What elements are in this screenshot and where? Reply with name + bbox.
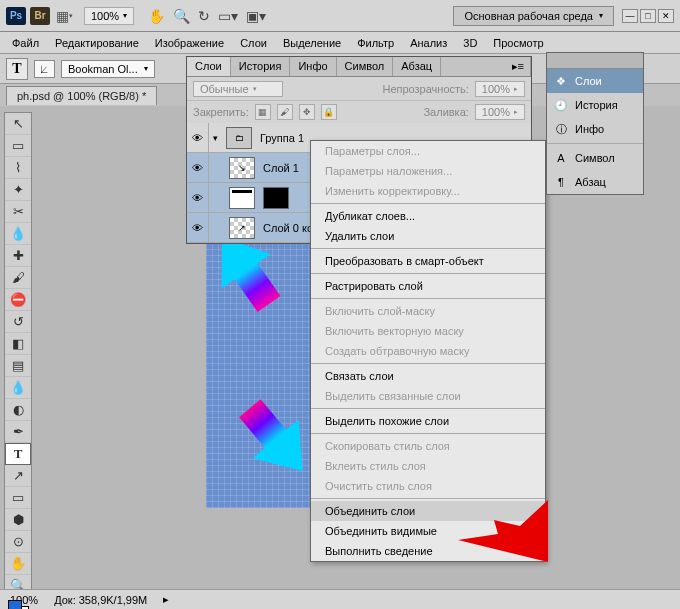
close-button[interactable]: ✕ [658, 9, 674, 23]
view-tools: ✋ 🔍 ↻ ▭▾ ▣▾ [148, 8, 266, 24]
bridge-icon[interactable]: Br [30, 6, 50, 26]
blend-mode[interactable]: Обычные▾ [193, 81, 283, 97]
menu-filter[interactable]: Фильтр [349, 34, 402, 52]
menu-item[interactable]: Преобразовать в смарт-объект [311, 251, 545, 271]
menu-layers[interactable]: Слои [232, 34, 275, 52]
maximize-button[interactable]: □ [640, 9, 656, 23]
font-family[interactable]: Bookman Ol...▾ [61, 60, 155, 78]
menu-item: Включить векторную маску [311, 321, 545, 341]
panel-label: Абзац [575, 176, 606, 188]
gradient-tool[interactable]: ▤ [5, 355, 31, 377]
lock-label: Закрепить: [193, 106, 249, 118]
photoshop-icon[interactable]: Ps [6, 6, 26, 26]
zoom-level[interactable]: 100%▾ [84, 7, 134, 25]
3d-camera-tool[interactable]: ⊙ [5, 531, 31, 553]
panel-drag-handle[interactable] [547, 53, 643, 69]
tab-history[interactable]: История [231, 57, 291, 76]
zoom-tool-icon[interactable]: 🔍 [173, 8, 190, 24]
expand-icon[interactable]: ▾ [209, 133, 222, 143]
eraser-tool[interactable]: ◧ [5, 333, 31, 355]
shape-tool[interactable]: ▭ [5, 487, 31, 509]
menubar: Файл Редактирование Изображение Слои Выд… [0, 32, 680, 54]
path-tool[interactable]: ↗ [5, 465, 31, 487]
screen-mode-icon[interactable]: ▣▾ [246, 8, 266, 24]
menu-view[interactable]: Просмотр [485, 34, 551, 52]
heal-tool[interactable]: ✚ [5, 245, 31, 267]
tab-paragraph[interactable]: Абзац [393, 57, 441, 76]
layer-name[interactable]: Слой 1 [259, 162, 299, 174]
history-brush-tool[interactable]: ↺ [5, 311, 31, 333]
crop-tool[interactable]: ✂ [5, 201, 31, 223]
layer-thumbnail[interactable]: ↘ [229, 157, 255, 179]
visibility-icon[interactable]: 👁 [187, 213, 209, 242]
arrange-icon[interactable]: ▭▾ [218, 8, 238, 24]
tab-character[interactable]: Символ [337, 57, 394, 76]
visibility-icon[interactable]: 👁 [187, 153, 209, 182]
menu-item[interactable]: Выделить похожие слои [311, 411, 545, 431]
stamp-tool[interactable]: ⛔ [5, 289, 31, 311]
layer-thumbnail[interactable] [229, 187, 255, 209]
menu-file[interactable]: Файл [4, 34, 47, 52]
layer-thumbnail[interactable]: ↗ [229, 217, 255, 239]
tab-layers[interactable]: Слои [187, 57, 231, 76]
3d-tool[interactable]: ⬢ [5, 509, 31, 531]
layout-icon[interactable]: ▦▾ [54, 6, 74, 26]
dodge-tool[interactable]: ◐ [5, 399, 31, 421]
fill-value[interactable]: 100%▸ [475, 104, 525, 120]
lock-transparent-icon[interactable]: ▦ [255, 104, 271, 120]
mask-thumbnail[interactable]: ○ [263, 187, 289, 209]
panel-shortcut[interactable]: ⓘИнфо [547, 117, 643, 141]
menu-item: Вклеить стиль слоя [311, 456, 545, 476]
pen-tool[interactable]: ✒ [5, 421, 31, 443]
menu-edit[interactable]: Редактирование [47, 34, 147, 52]
foreground-color[interactable] [8, 600, 22, 609]
menu-item[interactable]: Удалить слои [311, 226, 545, 246]
lock-all-icon[interactable]: 🔒 [321, 104, 337, 120]
document-tab[interactable]: ph.psd @ 100% (RGB/8) * [6, 86, 157, 105]
panel-shortcut[interactable]: ¶Абзац [547, 170, 643, 194]
minimize-button[interactable]: — [622, 9, 638, 23]
eyedropper-tool[interactable]: 💧 [5, 223, 31, 245]
visibility-icon[interactable]: 👁 [187, 123, 209, 152]
orientation-toggle[interactable]: ⟀ [34, 60, 55, 78]
panel-icon: ❖ [553, 75, 569, 88]
menu-3d[interactable]: 3D [455, 34, 485, 52]
panel-label: Инфо [575, 123, 604, 135]
visibility-icon[interactable]: 👁 [187, 183, 209, 212]
brush-tool[interactable]: 🖌 [5, 267, 31, 289]
panel-label: Символ [575, 152, 615, 164]
lock-position-icon[interactable]: ✥ [299, 104, 315, 120]
menu-analysis[interactable]: Анализ [402, 34, 455, 52]
workspace-switcher[interactable]: Основная рабочая среда▾ [453, 6, 614, 26]
wand-tool[interactable]: ✦ [5, 179, 31, 201]
panel-label: История [575, 99, 618, 111]
type-tool[interactable]: T [5, 443, 31, 465]
folder-icon: 🗀 [226, 127, 252, 149]
menu-item[interactable]: Растрировать слой [311, 276, 545, 296]
status-doc-size[interactable]: Док: 358,9K/1,99M [54, 594, 147, 606]
menu-item[interactable]: Связать слои [311, 366, 545, 386]
panel-shortcut[interactable]: 🕘История [547, 93, 643, 117]
layer-name[interactable]: Группа 1 [256, 132, 304, 144]
hand-tool[interactable]: ✋ [5, 553, 31, 575]
tab-info[interactable]: Инфо [290, 57, 336, 76]
lasso-tool[interactable]: ⌇ [5, 157, 31, 179]
opacity-value[interactable]: 100%▸ [475, 81, 525, 97]
move-tool[interactable]: ↖ [5, 113, 31, 135]
status-menu-icon[interactable]: ▸ [163, 593, 169, 606]
lock-pixels-icon[interactable]: 🖌 [277, 104, 293, 120]
panel-shortcut[interactable]: AСимвол [547, 146, 643, 170]
menu-image[interactable]: Изображение [147, 34, 232, 52]
panel-menu-icon[interactable]: ▸≡ [506, 57, 531, 76]
menu-item: Параметры слоя... [311, 141, 545, 161]
blur-tool[interactable]: 💧 [5, 377, 31, 399]
canvas[interactable] [206, 218, 326, 508]
type-tool-preset[interactable]: T [6, 58, 28, 80]
panel-shortcut[interactable]: ❖Слои [547, 69, 643, 93]
rotate-view-icon[interactable]: ↻ [198, 8, 210, 24]
hand-tool-icon[interactable]: ✋ [148, 8, 165, 24]
annotation-arrow [458, 500, 548, 564]
marquee-tool[interactable]: ▭ [5, 135, 31, 157]
menu-item[interactable]: Дубликат слоев... [311, 206, 545, 226]
menu-select[interactable]: Выделение [275, 34, 349, 52]
